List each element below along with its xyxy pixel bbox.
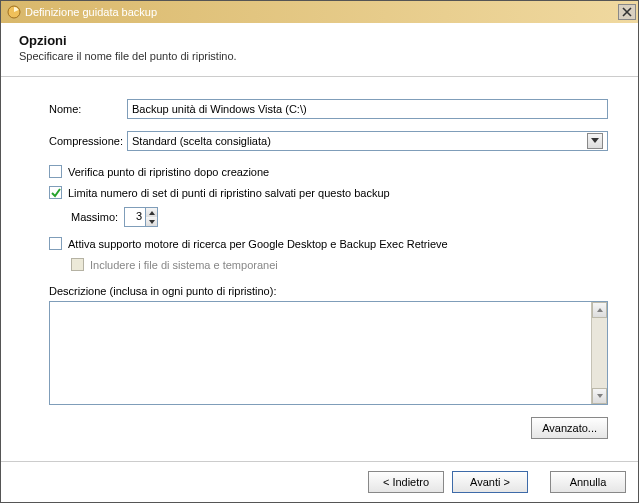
next-button[interactable]: Avanti >	[452, 471, 528, 493]
compression-label: Compressione:	[49, 135, 127, 147]
textarea-scrollbar[interactable]	[591, 302, 607, 404]
app-icon	[7, 5, 21, 19]
limit-row: Limita numero di set di punti di riprist…	[49, 186, 608, 199]
window-title: Definizione guidata backup	[25, 6, 618, 18]
advanced-row: Avanzato...	[49, 417, 608, 439]
chevron-down-icon	[597, 394, 603, 398]
compression-row: Compressione: Standard (scelta consiglia…	[49, 131, 608, 151]
description-label: Descrizione (inclusa in ogni punto di ri…	[49, 285, 608, 297]
chevron-up-icon	[149, 211, 155, 215]
scroll-up[interactable]	[592, 302, 607, 318]
close-icon	[621, 6, 633, 18]
search-engine-row: Attiva supporto motore di ricerca per Go…	[49, 237, 608, 250]
wizard-window: Definizione guidata backup Opzioni Speci…	[0, 0, 639, 503]
verify-row: Verifica punto di ripristino dopo creazi…	[49, 165, 608, 178]
search-engine-label: Attiva supporto motore di ricerca per Go…	[68, 238, 448, 250]
advanced-button[interactable]: Avanzato...	[531, 417, 608, 439]
max-spinner[interactable]: 3	[124, 207, 158, 227]
page-subtitle: Specificare il nome file del punto di ri…	[19, 50, 620, 62]
include-system-label: Includere i file di sistema e temporanei	[90, 259, 278, 271]
include-system-checkbox	[71, 258, 84, 271]
chevron-down-icon	[591, 138, 599, 144]
limit-checkbox[interactable]	[49, 186, 62, 199]
description-field-wrap	[49, 301, 608, 405]
wizard-header: Opzioni Specificare il nome file del pun…	[1, 23, 638, 77]
max-row: Massimo: 3	[71, 207, 608, 227]
name-input[interactable]	[127, 99, 608, 119]
name-row: Nome:	[49, 99, 608, 119]
wizard-content: Nome: Compressione: Standard (scelta con…	[1, 77, 638, 461]
spinner-down[interactable]	[146, 217, 157, 226]
compression-select[interactable]: Standard (scelta consigliata)	[127, 131, 608, 151]
spinner-up[interactable]	[146, 208, 157, 217]
search-engine-checkbox[interactable]	[49, 237, 62, 250]
wizard-footer: < Indietro Avanti > Annulla	[1, 461, 638, 502]
max-value: 3	[125, 208, 145, 226]
cancel-button[interactable]: Annulla	[550, 471, 626, 493]
name-label: Nome:	[49, 103, 127, 115]
titlebar: Definizione guidata backup	[1, 1, 638, 23]
dropdown-button[interactable]	[587, 133, 603, 149]
back-button[interactable]: < Indietro	[368, 471, 444, 493]
compression-value: Standard (scelta consigliata)	[132, 135, 587, 147]
include-system-row: Includere i file di sistema e temporanei	[71, 258, 608, 271]
chevron-down-icon	[149, 220, 155, 224]
close-button[interactable]	[618, 4, 636, 20]
verify-label: Verifica punto di ripristino dopo creazi…	[68, 166, 269, 178]
description-textarea[interactable]	[50, 302, 591, 404]
verify-checkbox[interactable]	[49, 165, 62, 178]
scroll-track[interactable]	[592, 318, 607, 388]
chevron-up-icon	[597, 308, 603, 312]
page-title: Opzioni	[19, 33, 620, 48]
scroll-down[interactable]	[592, 388, 607, 404]
limit-label: Limita numero di set di punti di riprist…	[68, 187, 390, 199]
max-label: Massimo:	[71, 211, 118, 223]
